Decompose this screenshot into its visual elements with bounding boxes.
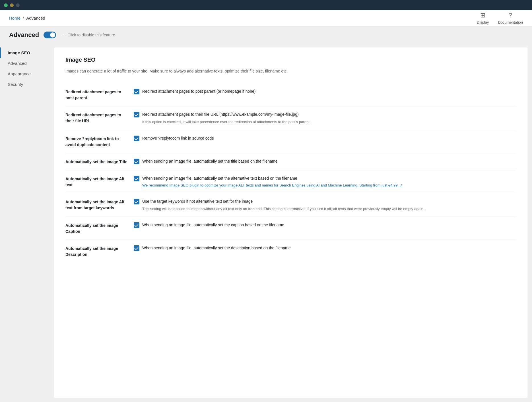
sidebar-item-image-seo[interactable]: Image SEO [0,47,54,58]
settings-row-auto-image-caption: Automatically set the image CaptionWhen … [65,217,516,240]
breadcrumb-separator: / [23,16,24,20]
setting-label-auto-image-caption: Automatically set the image Caption [65,222,128,235]
checkbox-auto-image-description[interactable] [134,245,139,251]
sidebar-item-advanced[interactable]: Advanced [0,58,54,69]
window-dot-yellow[interactable] [10,3,14,7]
setting-text-auto-image-description: When sending an image file, automaticall… [142,245,290,251]
setting-control-row-auto-image-description: When sending an image file, automaticall… [134,245,516,251]
checkbox-auto-image-alt[interactable] [134,176,139,181]
setting-label-redirect-attachment-url: Redirect attachment pages to their file … [65,111,128,124]
documentation-label: Documentation [498,20,523,24]
setting-text-auto-image-alt: When sending an image file, automaticall… [142,175,297,181]
breadcrumb: Home / Advanced [9,16,45,20]
setting-control-auto-image-title: When sending an image file, automaticall… [134,158,516,164]
breadcrumb-home-link[interactable]: Home [9,16,20,20]
main-layout: Image SEO Advanced Appearance Security I… [0,43,532,402]
setting-subtext-redirect-attachment-url: If this option is checked, it will take … [142,119,516,125]
window-chrome [0,0,532,10]
sidebar-item-appearance[interactable]: Appearance [0,69,54,79]
setting-control-redirect-attachment-post: Redirect attachment pages to post parent… [134,88,516,94]
page-header: Advanced ← Click to disable this feature [0,26,532,43]
settings-row-redirect-attachment-post: Redirect attachment pages to post parent… [65,83,516,106]
display-label: Display [477,20,489,24]
settings-container: Redirect attachment pages to post parent… [65,83,516,263]
setting-label-auto-image-title: Automatically set the image Title [65,158,128,165]
setting-label-redirect-attachment-post: Redirect attachment pages to post parent [65,88,128,101]
checkbox-redirect-attachment-post[interactable] [134,89,139,94]
settings-row-remove-replytocom: Remove ?replytocom link to avoid duplica… [65,130,516,153]
setting-link-auto-image-alt[interactable]: We recommend Image SEO plugin to optimiz… [142,183,516,187]
checkbox-auto-image-alt-keywords[interactable] [134,199,139,204]
setting-control-row-redirect-attachment-post: Redirect attachment pages to post parent… [134,88,516,94]
section-description: Images can generate a lot of traffic to … [65,68,516,74]
documentation-icon: ? [509,12,512,19]
window-dot-green[interactable] [4,3,8,7]
setting-control-auto-image-description: When sending an image file, automaticall… [134,245,516,251]
toggle-hint: ← Click to disable this feature [61,32,115,38]
settings-row-auto-image-alt-keywords: Automatically set the image Alt text fro… [65,193,516,217]
setting-control-row-auto-image-alt: When sending an image file, automaticall… [134,175,516,181]
window-dot-gray[interactable] [16,3,20,7]
arrow-icon: ← [61,32,65,38]
setting-text-auto-image-title: When sending an image file, automaticall… [142,158,278,164]
setting-control-row-auto-image-alt-keywords: Use the target keywords if not alternati… [134,198,516,204]
setting-label-auto-image-alt: Automatically set the image Alt text [65,175,128,188]
setting-label-auto-image-alt-keywords: Automatically set the image Alt text fro… [65,198,128,211]
setting-label-remove-replytocom: Remove ?replytocom link to avoid duplica… [65,135,128,148]
section-title: Image SEO [65,57,516,63]
checkbox-auto-image-caption[interactable] [134,222,139,228]
setting-control-row-redirect-attachment-url: Redirect attachment pages to their file … [134,111,516,117]
toggle-hint-text: Click to disable this feature [67,33,115,37]
display-icon: ⊞ [480,12,485,19]
setting-label-auto-image-description: Automatically set the image Description [65,245,128,258]
breadcrumb-current: Advanced [26,16,45,20]
top-bar: Home / Advanced ⊞ Display ? Documentatio… [0,10,532,26]
top-bar-actions: ⊞ Display ? Documentation [477,12,523,24]
setting-control-remove-replytocom: Remove ?replytocom link in source code [134,135,516,141]
setting-text-remove-replytocom: Remove ?replytocom link in source code [142,135,214,141]
setting-control-row-auto-image-caption: When sending an image file, automaticall… [134,222,516,228]
feature-toggle[interactable] [44,32,56,38]
toggle-slider[interactable] [44,32,56,38]
setting-control-redirect-attachment-url: Redirect attachment pages to their file … [134,111,516,125]
setting-text-auto-image-caption: When sending an image file, automaticall… [142,222,284,228]
sidebar-item-security[interactable]: Security [0,79,54,90]
settings-row-auto-image-alt: Automatically set the image Alt textWhen… [65,170,516,193]
settings-row-auto-image-title: Automatically set the image TitleWhen se… [65,153,516,170]
documentation-button[interactable]: ? Documentation [498,12,523,24]
setting-control-auto-image-alt-keywords: Use the target keywords if not alternati… [134,198,516,212]
setting-control-auto-image-alt: When sending an image file, automaticall… [134,175,516,187]
checkbox-redirect-attachment-url[interactable] [134,112,139,117]
checkbox-auto-image-title[interactable] [134,159,139,164]
setting-control-auto-image-caption: When sending an image file, automaticall… [134,222,516,228]
settings-row-redirect-attachment-url: Redirect attachment pages to their file … [65,106,516,130]
setting-text-redirect-attachment-url: Redirect attachment pages to their file … [142,111,299,117]
setting-text-auto-image-alt-keywords: Use the target keywords if not alternati… [142,198,253,204]
sidebar: Image SEO Advanced Appearance Security [0,43,54,402]
checkbox-remove-replytocom[interactable] [134,136,139,141]
setting-subtext-auto-image-alt-keywords: This setting will be applied to images w… [142,206,516,212]
content-area: Image SEO Images can generate a lot of t… [54,47,527,398]
display-button[interactable]: ⊞ Display [477,12,489,24]
settings-row-auto-image-description: Automatically set the image DescriptionW… [65,240,516,263]
setting-control-row-auto-image-title: When sending an image file, automaticall… [134,158,516,164]
page-title: Advanced [9,31,39,39]
setting-control-row-remove-replytocom: Remove ?replytocom link in source code [134,135,516,141]
setting-text-redirect-attachment-post: Redirect attachment pages to post parent… [142,88,255,94]
